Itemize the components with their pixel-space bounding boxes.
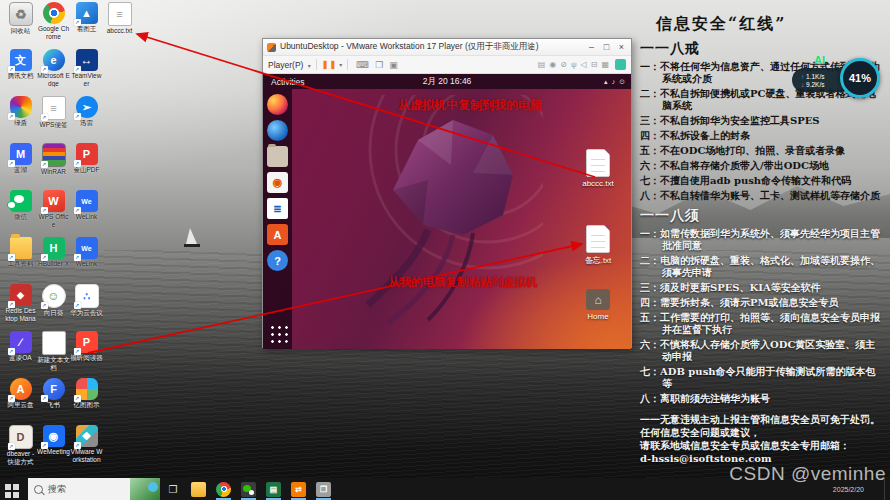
desktop-icon-welink-2[interactable]: WeWeLink bbox=[70, 237, 103, 284]
rule-item: 八：不私自转借华为账号、工卡、测试样机等存储介质 bbox=[640, 190, 882, 202]
desktop-icon-thunder[interactable]: ➢迅雷 bbox=[70, 96, 103, 143]
unity-icon[interactable]: ▣ bbox=[389, 60, 398, 70]
app-grid-icon[interactable] bbox=[267, 322, 288, 343]
desktop-icon-chrome[interactable]: Google Chrome bbox=[37, 2, 70, 49]
sound-icon[interactable]: ◁ bbox=[581, 60, 587, 69]
pdf-icon: P bbox=[76, 143, 98, 165]
file-abccc-txt[interactable]: abccc.txt bbox=[575, 149, 621, 188]
thunderbird-icon[interactable] bbox=[267, 120, 288, 141]
maximize-button[interactable]: □ bbox=[599, 41, 614, 54]
desktop-icon-lanling[interactable]: ∕蓝凌OA bbox=[4, 331, 37, 378]
rule-item: 七：ADB push命令只能用于传输测试所需的版本包等 bbox=[640, 366, 882, 390]
taskbar-chrome[interactable] bbox=[211, 478, 236, 500]
desktop-icon-winrar[interactable]: WinRAR bbox=[37, 143, 70, 190]
desktop-icon-teamviewer[interactable]: ↔TeamViewer bbox=[70, 49, 103, 96]
ubuntu-software-icon[interactable]: A bbox=[267, 224, 288, 245]
task-view-button[interactable]: ❐ bbox=[160, 478, 186, 500]
help-icon[interactable]: ? bbox=[267, 250, 288, 271]
show-desktop-button[interactable] bbox=[884, 478, 890, 500]
cd-rom-icon[interactable]: ◉ bbox=[549, 60, 556, 69]
board-title: 信息安全“红线” bbox=[656, 14, 882, 35]
libreoffice-writer-icon[interactable]: ≣ bbox=[267, 198, 288, 219]
taskbar-wechat[interactable] bbox=[236, 478, 261, 500]
download-value: 9.2K/s bbox=[806, 81, 824, 88]
desktop-icon-welink[interactable]: WeWeLink bbox=[70, 190, 103, 237]
vmware-titlebar[interactable]: UbuntuDesktop - VMware Workstation 17 Pl… bbox=[263, 39, 631, 56]
taskbar-search[interactable]: 搜索 bbox=[28, 478, 160, 500]
desktop-icon-huawei-meeting[interactable]: ∴华为云会议 bbox=[70, 284, 103, 331]
desktop-icon-new-text-file[interactable]: 新建文本文档 bbox=[37, 331, 70, 378]
desktop-icon-lanhu[interactable]: M蓝湖 bbox=[4, 143, 37, 190]
grid-spacer bbox=[103, 237, 136, 284]
icon-label: 看图王 bbox=[70, 25, 103, 40]
network-adapter-icon[interactable]: ⊘ bbox=[560, 60, 567, 69]
desktop-icon-kingsoft-pdf[interactable]: P金山PDF bbox=[70, 143, 103, 190]
desktop-icon-foxit[interactable]: P福昕阅读器 bbox=[70, 331, 103, 378]
minimize-button[interactable]: – bbox=[584, 41, 599, 54]
grid-spacer bbox=[103, 190, 136, 237]
taskbar-excel[interactable]: ▤ bbox=[261, 478, 286, 500]
icon-label: 回收站 bbox=[4, 27, 37, 42]
folder-home[interactable]: ⌂ Home bbox=[575, 289, 621, 321]
keyboard-icon[interactable]: ⌨ bbox=[356, 60, 369, 70]
device-status-icons: ▤ ◉ ⊘ ψ ◁ ⊟ ▦ bbox=[536, 59, 626, 70]
hard-disk-icon[interactable]: ▤ bbox=[538, 60, 546, 69]
desktop-icon-edge[interactable]: eMicrosoft Edge bbox=[37, 49, 70, 96]
ai-performance-widget[interactable]: AI ↑ 1.1K/s ↓ 9.2K/s 41% bbox=[792, 56, 888, 106]
welink-icon: We bbox=[76, 237, 98, 259]
taskbar-transfer-tool[interactable]: ⇄ bbox=[286, 478, 311, 500]
dbeaver-icon: D bbox=[9, 425, 33, 449]
desktop-icon-wps-office[interactable]: WWPS Office bbox=[37, 190, 70, 237]
printer-icon[interactable]: ⊟ bbox=[591, 60, 598, 69]
chevron-down-icon[interactable]: ▾ bbox=[339, 61, 342, 68]
chevron-down-icon: ▾ bbox=[308, 63, 311, 69]
expand-view-button[interactable] bbox=[615, 59, 626, 70]
volume-icon: ♪ bbox=[612, 78, 616, 86]
desktop-icon-greenshield[interactable]: 绿盾 bbox=[4, 96, 37, 143]
news-weather-widget[interactable] bbox=[130, 478, 160, 500]
display-icon[interactable]: ▦ bbox=[601, 60, 609, 69]
system-tray[interactable]: 2025/2/20 bbox=[833, 478, 864, 500]
desktop-icon-dbeaver[interactable]: Ddbeaver - 快捷方式 bbox=[4, 425, 37, 472]
ubuntu-status-area[interactable]: ▴ ♪ ⊙ bbox=[604, 78, 625, 86]
shield-icon bbox=[10, 96, 32, 118]
jellyfish-wallpaper bbox=[333, 95, 543, 330]
close-button[interactable]: × bbox=[614, 41, 629, 54]
firefox-icon[interactable] bbox=[267, 94, 288, 115]
text-file-icon bbox=[42, 331, 66, 355]
file-beiwang-txt[interactable]: 备忘.txt bbox=[575, 225, 621, 266]
winrar-icon bbox=[42, 143, 66, 167]
icon-glyph: ∕ bbox=[20, 337, 22, 348]
desktop-icon-recycle-bin[interactable]: ♻回收站 bbox=[4, 2, 37, 49]
icon-glyph: We bbox=[81, 198, 91, 205]
ubuntu-clock[interactable]: 2月 20 16:46 bbox=[263, 76, 631, 88]
desktop-icon-folder[interactable]: 工具资料 bbox=[4, 237, 37, 284]
taskbar-remote-window[interactable]: ❐ bbox=[311, 478, 336, 500]
desktop-icon-aliyun-drive[interactable]: A阿里云盘 bbox=[4, 378, 37, 425]
desktop-icon-redis[interactable]: ◆Redis Desktop Manager bbox=[4, 284, 37, 331]
desktop-icon-vmware[interactable]: ❖VMware Workstation Pro bbox=[70, 425, 103, 472]
desktop-icon-feishu[interactable]: F飞书 bbox=[37, 378, 70, 425]
pause-button[interactable]: ❚❚ bbox=[322, 60, 337, 69]
desktop-icon-wemeeting[interactable]: ◉WeMeeting bbox=[37, 425, 70, 472]
desktop-icon-sunlogin[interactable]: ☺向日葵 bbox=[37, 284, 70, 331]
rhythmbox-icon[interactable]: ◉ bbox=[267, 172, 288, 193]
desktop-icon-image-viewer[interactable]: ▲看图王 bbox=[70, 2, 103, 49]
start-button[interactable] bbox=[0, 478, 28, 500]
player-menu[interactable]: Player(P) ▾ bbox=[268, 60, 311, 70]
desktop-icon-hbuilderx[interactable]: HHBuilder X bbox=[37, 237, 70, 284]
taskbar-file-explorer[interactable] bbox=[186, 478, 211, 500]
grid-spacer bbox=[103, 96, 136, 143]
desktop-icon-abccc-txt[interactable]: ≡abccc.txt bbox=[103, 2, 136, 49]
files-icon[interactable] bbox=[267, 146, 288, 167]
tencent-docs-icon: 文 bbox=[10, 49, 32, 71]
desktop-icon-wps-note[interactable]: ≡WPS便签 bbox=[37, 96, 70, 143]
usb-icon[interactable]: ψ bbox=[571, 60, 577, 69]
desktop-icon-edraw[interactable]: 亿图图示 bbox=[70, 378, 103, 425]
desktop-icon-wechat[interactable]: 微信 bbox=[4, 190, 37, 237]
foxit-icon: P bbox=[76, 331, 98, 353]
text-file-icon: ≡ bbox=[108, 2, 132, 26]
ubuntu-topbar: 2月 20 16:46 Activities ▴ ♪ ⊙ bbox=[263, 74, 631, 89]
desktop-icon-tencent-docs[interactable]: 文腾讯文档 bbox=[4, 49, 37, 96]
fullscreen-icon[interactable]: ❐ bbox=[375, 60, 383, 70]
